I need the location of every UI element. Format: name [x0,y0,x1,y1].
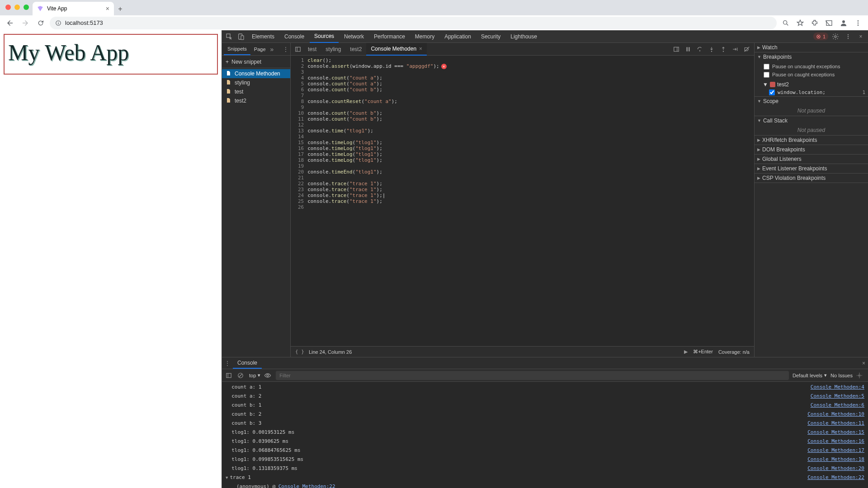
snippet-file-icon [226,89,232,95]
log-source-link[interactable]: Console Methoden:20 [807,464,864,473]
toggle-navigator-icon[interactable] [292,44,303,55]
address-bar[interactable]: localhost:5173 [50,17,777,29]
editor-tab[interactable]: test2 [345,43,366,56]
inspect-element-icon[interactable] [224,31,235,42]
editor-tab[interactable]: test [303,43,321,56]
devtools-tab-network[interactable]: Network [340,30,368,43]
svg-rect-2 [58,21,58,22]
log-source-link[interactable]: Console Methoden:10 [807,410,864,419]
log-source-link[interactable]: Console Methoden:22 [807,473,864,482]
devtools-tab-lighthouse[interactable]: Lighthouse [506,30,542,43]
drawer-menu-icon[interactable]: ⋮ [225,360,230,366]
devtools-tab-sources[interactable]: Sources [310,30,339,43]
pause-icon[interactable] [683,44,693,55]
close-drawer-icon[interactable]: × [862,360,865,366]
window-controls[interactable] [5,5,29,10]
close-editor-tab-icon[interactable]: × [419,46,422,52]
editor-tab[interactable]: styling [321,43,345,56]
snippet-item[interactable]: Console Methoden [222,69,290,78]
callstack-section[interactable]: ▼Call Stack [755,116,868,125]
forward-button[interactable] [19,17,32,29]
more-tabs-icon[interactable]: » [270,46,274,53]
deactivate-breakpoints-icon[interactable] [741,44,752,55]
new-tab-button[interactable]: + [114,3,127,15]
page-tab[interactable]: Page [250,43,269,55]
debug-section[interactable]: ▶Event Listener Breakpoints [755,164,868,173]
close-tab-icon[interactable]: × [106,5,109,12]
profile-icon[interactable] [837,17,850,29]
pause-caught-checkbox[interactable]: Pause on caught exceptions [764,70,865,79]
log-source-link[interactable]: Console Methoden:11 [807,419,864,428]
debug-section[interactable]: ▶CSP Violation Breakpoints [755,174,868,183]
step-out-icon[interactable] [718,44,729,55]
log-levels-select[interactable]: Default levels▾ [793,372,827,378]
menu-icon[interactable] [852,17,864,29]
error-count-badge[interactable]: 1 [813,33,828,40]
breakpoint-file[interactable]: ▼test2 [755,80,868,89]
trace-row[interactable]: ▼trace 1 [226,473,251,482]
bookmark-icon[interactable] [794,17,807,29]
extensions-icon[interactable] [808,17,821,29]
search-icon[interactable] [779,17,792,29]
log-source-link[interactable]: Console Methoden:15 [807,428,864,437]
log-source-link[interactable]: Console Methoden:18 [807,455,864,464]
editor-tab[interactable]: Console Methoden× [366,43,427,56]
snippet-item[interactable]: test2 [222,96,290,105]
step-icon[interactable] [730,44,741,55]
devtools-menu-icon[interactable] [843,31,854,42]
maximize-window-icon[interactable] [24,5,29,10]
run-snippet-icon[interactable]: ▶ [684,349,688,355]
close-window-icon[interactable] [5,5,11,10]
close-devtools-icon[interactable]: × [855,31,866,42]
step-into-icon[interactable] [706,44,717,55]
breakpoint-entry[interactable]: window.location;1 [755,89,868,96]
pause-uncaught-checkbox[interactable]: Pause on uncaught exceptions [764,62,865,70]
snippets-tab[interactable]: Snippets [224,43,250,55]
watch-section[interactable]: ▶Watch [755,43,868,52]
log-source-link[interactable]: Console Methoden:4 [811,383,864,392]
devtools-tab-performance[interactable]: Performance [369,30,410,43]
console-filter-input[interactable] [276,371,789,380]
log-source-link[interactable]: Console Methoden:6 [811,401,864,410]
code-editor[interactable]: 1234567891011121314151617181920212223242… [291,56,754,346]
toggle-debugger-icon[interactable] [671,44,682,55]
log-source-link[interactable]: Console Methoden:16 [807,437,864,446]
devtools-tab-security[interactable]: Security [476,30,505,43]
new-snippet-button[interactable]: + New snippet [222,56,290,68]
error-marker-icon[interactable]: × [441,64,447,69]
site-info-icon[interactable] [55,20,61,26]
devtools-tab-console[interactable]: Console [280,30,309,43]
snippet-item[interactable]: test [222,87,290,96]
trace-source-link[interactable]: Console Methoden:22 [278,483,335,488]
minimize-window-icon[interactable] [14,5,20,10]
reload-button[interactable] [34,17,47,29]
log-source-link[interactable]: Console Methoden:17 [807,446,864,455]
console-settings-icon[interactable] [856,372,864,379]
execution-context-select[interactable]: top▾ [249,372,260,378]
devtools-tab-elements[interactable]: Elements [247,30,279,43]
clear-console-icon[interactable] [237,372,245,379]
debug-section[interactable]: ▶Global Listeners [755,155,868,164]
page-viewport: My Web App [0,30,222,488]
device-toolbar-icon[interactable] [236,31,246,42]
side-panel-icon[interactable] [823,17,835,29]
console-sidebar-toggle-icon[interactable] [226,372,234,379]
debug-section[interactable]: ▶XHR/fetch Breakpoints [755,136,868,145]
step-over-icon[interactable] [694,44,705,55]
scope-section[interactable]: ▼Scope [755,97,868,106]
issues-label[interactable]: No Issues [830,373,853,378]
breakpoints-section[interactable]: ▼Breakpoints [755,52,868,61]
settings-icon[interactable] [830,31,841,42]
back-button[interactable] [4,17,16,29]
debug-section[interactable]: ▶DOM Breakpoints [755,145,868,154]
browser-tab[interactable]: Vite App × [33,2,114,15]
console-drawer-tab[interactable]: Console [233,358,262,369]
live-expression-icon[interactable] [264,373,272,378]
log-source-link[interactable]: Console Methoden:5 [811,392,864,401]
devtools-tab-memory[interactable]: Memory [410,30,439,43]
console-log-row: tlog1: 0.001953125 msConsole Methoden:15 [226,428,864,437]
snippet-item[interactable]: styling [222,78,290,87]
devtools-tab-application[interactable]: Application [440,30,476,43]
navigator-menu-icon[interactable]: ⋮ [283,46,288,52]
pretty-print-icon[interactable]: { } [295,349,304,355]
